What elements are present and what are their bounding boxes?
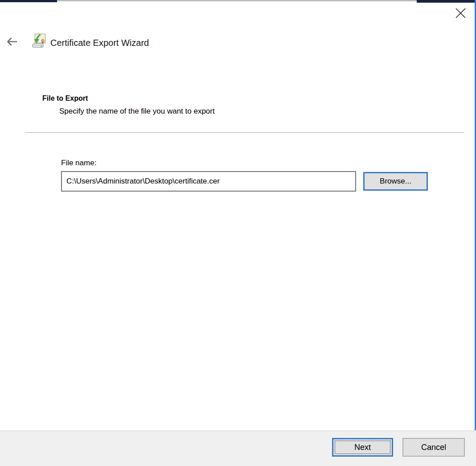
browse-button[interactable]: Browse... xyxy=(363,172,428,191)
next-button[interactable]: Next xyxy=(332,438,393,457)
section-divider xyxy=(25,132,464,133)
cancel-button[interactable]: Cancel xyxy=(402,438,465,457)
certificate-export-icon xyxy=(30,33,46,49)
back-arrow-icon xyxy=(6,37,18,49)
close-button[interactable] xyxy=(449,4,472,23)
top-edge-line xyxy=(57,0,417,1)
page-heading: File to Export xyxy=(42,94,88,102)
back-button[interactable] xyxy=(5,37,18,48)
top-edge-bar-right xyxy=(417,0,476,3)
page-subheading: Specify the name of the file you want to… xyxy=(59,107,215,116)
top-edge-bar-left xyxy=(0,0,57,2)
certificate-export-wizard-window: Certificate Export Wizard File to Export… xyxy=(0,0,476,466)
file-name-input[interactable] xyxy=(61,171,356,192)
close-icon xyxy=(455,7,467,21)
window-title: Certificate Export Wizard xyxy=(50,37,149,49)
file-name-label: File name: xyxy=(61,159,96,168)
